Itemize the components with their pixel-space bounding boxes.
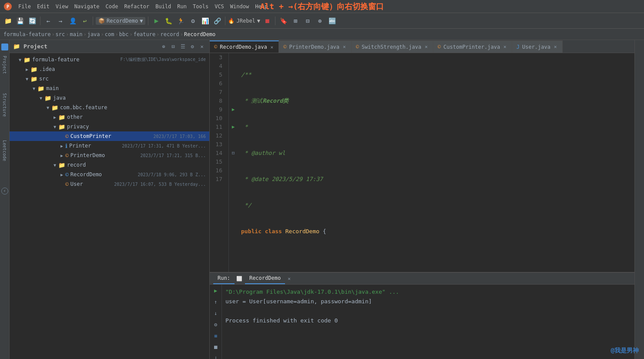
tab-switchstrength-close[interactable]: ✕ [424,44,429,50]
project-label[interactable]: Project [2,54,7,76]
toolbar-terminal[interactable]: ⊞ [290,16,301,26]
run-gutter-11[interactable]: ▶ [229,123,238,131]
tab-recorddemo[interactable]: © RecordDemo.java ✕ [210,40,279,53]
com-name: com.bbc.feature [60,104,206,111]
run-with-coverage[interactable]: 🏃 [175,16,186,26]
breadcrumb-main[interactable]: main [70,31,83,37]
gutter-10 [229,114,238,123]
tab-customprinter-close[interactable]: ✕ [503,44,507,50]
breadcrumb-formula-feature[interactable]: formula-feature [3,31,50,37]
toolbar-refresh[interactable]: 🔄 [27,16,37,26]
tree-com-bbc[interactable]: ▼ 📁 com.bbc.feature [10,103,209,112]
menu-run[interactable]: Run [174,3,189,10]
tab-customprinter[interactable]: © CustomPrinter.java ✕ [433,40,512,53]
tab-printerdemo-close[interactable]: ✕ [342,44,347,50]
tree-user-file[interactable]: © User 2023/7/17 16:07, 533 B Yesterday.… [10,179,209,189]
tree-src[interactable]: ▼ 📁 src [10,74,209,84]
breadcrumb-bbc[interactable]: bbc [119,31,129,37]
menu-tools[interactable]: Tools [190,3,211,10]
locate-file-btn[interactable]: ⊕ [160,43,168,50]
show-options-btn[interactable]: ☰ [179,43,187,50]
toolbar-stop[interactable]: ⏹ [262,16,272,26]
toolbar-bookmark[interactable]: 🔖 [278,16,288,26]
menu-edit[interactable]: Edit [34,3,52,10]
menu-navigate[interactable]: Navigate [72,3,102,10]
root-folder-icon: 📁 [23,57,30,63]
tab-printerdemo[interactable]: © PrinterDemo.java ✕ [279,40,351,53]
code-line-8: */ [241,201,631,210]
other-folder-icon: 📁 [58,114,65,121]
menu-view[interactable]: View [53,3,71,10]
tree-main[interactable]: ▼ 📁 main [10,84,209,93]
project-panel-toggle[interactable] [1,44,8,50]
file-tree: ▼ 📁 formula-feature F:\编程数据\IDE\Java\wor… [10,53,209,359]
run-gutter-9[interactable]: ▶ [229,105,238,114]
tab-user-close[interactable]: ✕ [553,44,558,50]
tab-user[interactable]: J User.java ✕ [512,40,563,53]
menu-refactor[interactable]: Refactor [121,3,152,10]
plugin-icon[interactable]: ⚡ [1,188,8,195]
toolbar-recent[interactable]: 👤 [67,16,78,26]
menu-file[interactable]: File [16,3,34,10]
breadcrumb-com[interactable]: com [105,31,114,37]
project-dropdown-label: RecordDemo [107,18,138,24]
recorddemo-run-tab[interactable]: RecordDemo [245,273,285,284]
toolbar-profiler[interactable]: 📊 [200,16,210,26]
tree-privacy[interactable]: ▼ 📁 privacy [10,122,209,131]
toolbar-new[interactable]: 📁 [3,16,13,26]
breadcrumb-recorddemo[interactable]: RecordDemo [184,31,215,37]
tree-printer[interactable]: ▶ ℹ Printer 2023/7/17 17:31, 471 B Yeste… [10,141,209,151]
more-run-options[interactable]: ⚙ [188,16,198,26]
breadcrumb-java[interactable]: java [87,31,100,37]
tab-switchstrength[interactable]: © SwitchStrength.java ✕ [352,40,433,53]
wrap-btn[interactable]: ≡ [211,332,220,340]
toolbar-save[interactable]: 💾 [15,16,25,26]
close-panel-btn[interactable]: ✕ [198,43,206,50]
stop-btn[interactable]: ⏹ [211,343,220,352]
menu-code[interactable]: Code [103,3,121,10]
menu-vcs[interactable]: VCS [212,3,227,10]
code-editor[interactable]: 3 4 5 6 7 8 9 10 11 12 13 14 15 16 17 [210,53,634,272]
settings-btn[interactable]: ⚙ [211,320,220,329]
tree-idea[interactable]: ▶ 📁 .idea [10,64,209,74]
project-dropdown[interactable]: 📦 RecordDemo ▼ [96,17,145,25]
tree-custom-printer[interactable]: © CustomPrinter 2023/7/17 17:03, 166 [10,131,209,141]
toolbar-back[interactable]: ← [43,16,54,26]
tab-recorddemo-close[interactable]: ✕ [270,44,275,50]
title-bar: P File Edit View Navigate Code Refactor … [0,0,644,13]
toolbar-undo[interactable]: ↩ [80,16,90,26]
debug-button[interactable]: 🐛 [163,16,174,26]
tree-recorddemo-file[interactable]: ▶ © RecordDemo 2023/7/18 9:06, 293 B Z..… [10,170,209,179]
leetcode-label[interactable]: Leetcode [2,138,7,163]
tree-printer-demo[interactable]: ▶ © PrinterDemo 2023/7/17 17:21, 315 B..… [10,151,209,160]
settings-icon[interactable]: ⚙ [188,43,196,50]
breadcrumb-feature[interactable]: feature [134,31,156,37]
run-button[interactable]: ▶ [151,16,161,26]
toolbar-translate[interactable]: 🔤 [327,16,337,26]
breadcrumb-src[interactable]: src [56,31,65,37]
toolbar-plugins[interactable]: ⊕ [315,16,325,26]
breadcrumb-record[interactable]: record [160,31,179,37]
collapse-all-btn[interactable]: ⊟ [169,43,177,50]
code-content[interactable]: /** * 测试Record类 * * @author wl * @date 2… [238,53,634,272]
scroll-to-end-btn[interactable]: ⤓ [211,354,220,359]
tree-record[interactable]: ▼ 📁 record [10,160,209,170]
menu-build[interactable]: Build [153,3,174,10]
tree-java-folder[interactable]: ▼ 📁 java [10,93,209,103]
scroll-down-btn[interactable]: ↓ [211,309,220,318]
run-tab[interactable]: Run: [213,273,235,284]
tree-other[interactable]: ▶ 📁 other [10,112,209,122]
console-output: "D:\Program Files\Java\jdk-17.0.1\bin\ja… [222,285,634,359]
run-tab-close[interactable]: ✕ [288,276,291,282]
fold-gutter-14[interactable]: ⊟ [229,149,238,158]
menu-window[interactable]: Window [228,3,252,10]
tree-root[interactable]: ▼ 📁 formula-feature F:\编程数据\IDE\Java\wor… [10,55,209,64]
toolbar-database[interactable]: ⊟ [302,16,313,26]
scroll-up-btn[interactable]: ↑ [211,298,220,306]
toolbar-attach[interactable]: 🔗 [212,16,222,26]
bottom-tabs: Run: ⬜ RecordDemo ✕ [210,273,634,285]
gutter-17 [229,175,238,184]
toolbar-forward[interactable]: → [55,16,66,26]
run-play-btn[interactable]: ▶ [211,286,220,295]
structure-label[interactable]: Structure [2,91,7,118]
